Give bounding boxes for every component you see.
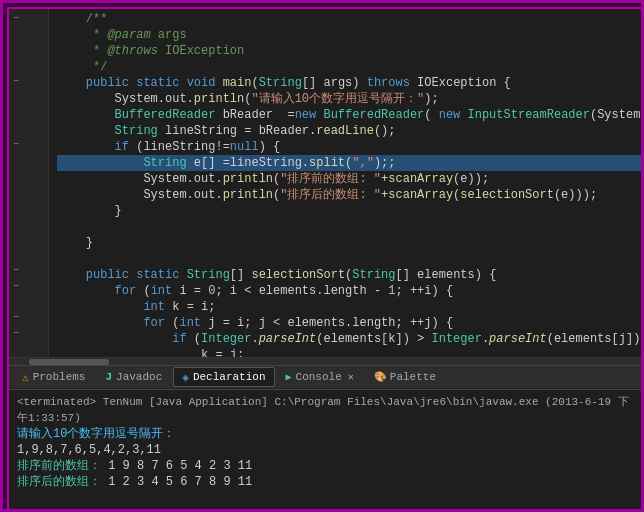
fold-icon[interactable]: − xyxy=(13,139,19,150)
code-line: System.out.println("排序前的数组: "+scanArray(… xyxy=(57,171,641,187)
console-icon: ▶ xyxy=(286,371,292,383)
fold-icon[interactable]: − xyxy=(13,265,19,276)
fold-icon[interactable]: − xyxy=(13,281,19,292)
code-line: System.out.println("请输入10个数字用逗号隔开："); xyxy=(57,91,641,107)
tab-console[interactable]: ▶ Console ✕ xyxy=(277,367,363,387)
console-line4-value: 1 2 3 4 5 6 7 8 9 11 xyxy=(108,475,252,489)
console-output-area: <terminated> TenNum [Java Application] C… xyxy=(9,389,641,509)
problems-icon: ⚠ xyxy=(22,371,29,384)
gutter-line xyxy=(9,105,48,121)
gutter-line xyxy=(9,90,48,106)
tab-console-label: Console xyxy=(296,371,342,383)
declaration-icon: ◈ xyxy=(182,371,189,384)
outer-frame: − − − xyxy=(3,3,644,512)
tab-palette[interactable]: 🎨 Palette xyxy=(365,367,445,387)
code-line: /** xyxy=(57,11,641,27)
code-line: BufferedReader bReader =new BufferedRead… xyxy=(57,107,641,123)
javadoc-icon: J xyxy=(105,371,112,383)
console-line3: 排序前的数组： 1 9 8 7 6 5 4 2 3 11 xyxy=(17,458,633,474)
code-line: } xyxy=(57,235,641,251)
tab-bar: ⚠ Problems J Javadoc ◈ Declaration ▶ Con… xyxy=(9,365,641,389)
line-gutter: − − − xyxy=(9,9,49,357)
code-line: if (lineString!=null) { xyxy=(57,139,641,155)
code-line: public static void main(String[] args) t… xyxy=(57,75,641,91)
gutter-line xyxy=(9,216,48,232)
gutter-line xyxy=(9,58,48,74)
code-line: * @param args xyxy=(57,27,641,43)
tab-javadoc-label: Javadoc xyxy=(116,371,162,383)
gutter-line xyxy=(9,184,48,200)
tab-problems[interactable]: ⚠ Problems xyxy=(13,367,94,387)
gutter-line: − xyxy=(9,278,48,294)
gutter-line xyxy=(9,294,48,310)
gutter-line xyxy=(9,200,48,216)
console-content[interactable]: <terminated> TenNum [Java Application] C… xyxy=(9,390,641,509)
tab-declaration[interactable]: ◈ Declaration xyxy=(173,367,274,387)
code-content[interactable]: /** * @param args * @throws IOException … xyxy=(49,9,641,357)
fold-icon[interactable]: − xyxy=(13,13,19,24)
code-line: if (Integer.parseInt(elements[k]) > Inte… xyxy=(57,331,641,347)
inner-frame: − − − xyxy=(7,7,643,511)
editor-area: − − − xyxy=(9,9,641,357)
code-line: System.out.println("排序后的数组: "+scanArray(… xyxy=(57,187,641,203)
gutter-line: − xyxy=(9,11,48,27)
console-line2: 1,9,8,7,6,5,4,2,3,11 xyxy=(17,442,633,458)
gutter-line xyxy=(9,121,48,137)
gutter-line: − xyxy=(9,263,48,279)
gutter-line: − xyxy=(9,74,48,90)
code-line: int k = i; xyxy=(57,299,641,315)
console-line3-value: 1 9 8 7 6 5 4 2 3 11 xyxy=(108,459,252,473)
code-line: k = j; xyxy=(57,347,641,357)
code-line: for (int j = i; j < elements.length; ++j… xyxy=(57,315,641,331)
code-line: * @throws IOException xyxy=(57,43,641,59)
code-line: for (int i = 0; i < elements.length - 1;… xyxy=(57,283,641,299)
console-line3-label: 排序前的数组： xyxy=(17,459,101,473)
tab-problems-label: Problems xyxy=(33,371,86,383)
gutter-line xyxy=(9,27,48,43)
gutter-line xyxy=(9,168,48,184)
gutter-line xyxy=(9,341,48,357)
gutter-line xyxy=(9,153,48,169)
tab-javadoc[interactable]: J Javadoc xyxy=(96,367,171,387)
code-line: */ xyxy=(57,59,641,75)
console-terminated-line: <terminated> TenNum [Java Application] C… xyxy=(17,394,633,426)
tab-palette-label: Palette xyxy=(390,371,436,383)
tab-declaration-label: Declaration xyxy=(193,371,266,383)
gutter-line xyxy=(9,231,48,247)
code-line: public static String[] selectionSort(Str… xyxy=(57,267,641,283)
gutter-line: − xyxy=(9,326,48,342)
console-line1: 请输入10个数字用逗号隔开： xyxy=(17,426,633,442)
code-line: } xyxy=(57,203,641,219)
gutter-line: − xyxy=(9,310,48,326)
fold-icon[interactable]: − xyxy=(13,328,19,339)
gutter-line xyxy=(9,42,48,58)
code-line xyxy=(57,219,641,235)
code-line-highlighted: String e[] =lineString.split(",");; xyxy=(57,155,641,171)
console-line4: 排序后的数组： 1 2 3 4 5 6 7 8 9 11 xyxy=(17,474,633,490)
horizontal-scrollbar[interactable] xyxy=(9,357,641,365)
console-close-icon[interactable]: ✕ xyxy=(348,371,354,383)
fold-icon[interactable]: − xyxy=(13,76,19,87)
console-line4-label: 排序后的数组： xyxy=(17,475,101,489)
code-line xyxy=(57,251,641,267)
gutter-line xyxy=(9,247,48,263)
palette-icon: 🎨 xyxy=(374,371,386,383)
gutter-line: − xyxy=(9,137,48,153)
fold-icon[interactable]: − xyxy=(13,312,19,323)
code-line: String lineString = bReader.readLine(); xyxy=(57,123,641,139)
